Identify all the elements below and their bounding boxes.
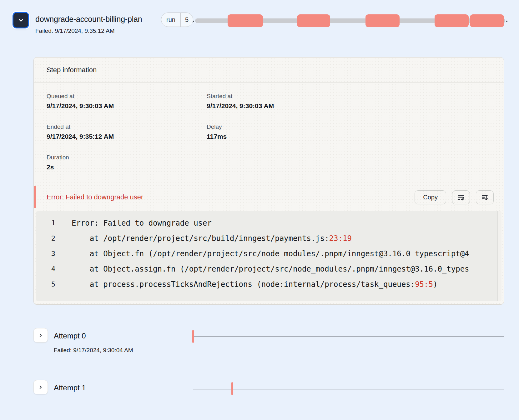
chevron-down-icon xyxy=(18,17,24,24)
error-actions: Copy xyxy=(415,190,494,204)
wrap-lines-button[interactable] xyxy=(452,190,470,204)
stack-trace-viewer: 1Error: Failed to downgrade user 2 at /o… xyxy=(36,211,501,301)
stack-line: 5 at process.processTicksAndRejections (… xyxy=(36,277,501,292)
line-number: 3 xyxy=(36,250,55,258)
field-started-at: Started at 9/17/2024, 9:30:03 AM xyxy=(207,93,504,123)
timeline-failed-segment[interactable] xyxy=(470,14,504,27)
timeline-failed-segment[interactable] xyxy=(297,14,330,27)
copy-button[interactable]: Copy xyxy=(415,190,446,204)
timeline-failed-segment[interactable] xyxy=(435,14,469,27)
error-banner: Error: Failed to downgrade user Copy xyxy=(34,186,504,208)
attempt-1-label: Attempt 1 xyxy=(54,383,86,392)
stack-line: 3 at Object.fn (/opt/render/project/src/… xyxy=(36,246,501,261)
attempt-0-timeline xyxy=(193,337,504,337)
run-badge[interactable]: run 5 xyxy=(161,12,193,27)
chevron-right-icon xyxy=(38,332,43,338)
code-scrollbar[interactable] xyxy=(497,211,501,301)
attempt-1-expand-button[interactable] xyxy=(33,380,48,394)
collapse-step-button[interactable] xyxy=(13,12,29,28)
line-number: 1 xyxy=(36,219,55,227)
error-message: Error: Failed to downgrade user xyxy=(47,193,143,201)
run-badge-label: run xyxy=(161,13,180,27)
scroll-to-bottom-icon xyxy=(481,193,489,201)
attempt-0-status: Failed: 9/17/2024, 9:30:04 AM xyxy=(54,347,133,354)
timeline-failed-segment[interactable] xyxy=(365,14,400,27)
field-delay: Delay 117ms xyxy=(207,123,504,154)
step-status: Failed: 9/17/2024, 9:35:12 AM xyxy=(35,28,148,34)
timeline-failed-segment[interactable] xyxy=(228,14,263,27)
attempt-1-timeline xyxy=(193,389,504,389)
attempt-0-expand-button[interactable] xyxy=(33,328,48,342)
error-accent-bar xyxy=(34,186,36,208)
wrap-lines-icon xyxy=(457,193,465,201)
step-title-block: downgrade-account-billing-plan Failed: 9… xyxy=(35,13,148,34)
line-number: 5 xyxy=(36,280,55,288)
stack-line: 1Error: Failed to downgrade user xyxy=(36,215,501,231)
attempt-1-failure-tick[interactable] xyxy=(231,382,233,395)
step-info-grid: Queued at 9/17/2024, 9:30:03 AM Started … xyxy=(34,83,504,186)
timeline-end-dot xyxy=(506,21,507,22)
field-queued-at: Queued at 9/17/2024, 9:30:03 AM xyxy=(47,93,207,123)
stack-line: 4 at Object.assign.fn (/opt/render/proje… xyxy=(36,261,501,277)
step-information-card: Step information Queued at 9/17/2024, 9:… xyxy=(33,57,504,305)
scroll-to-bottom-button[interactable] xyxy=(476,190,494,204)
field-ended-at: Ended at 9/17/2024, 9:35:12 AM xyxy=(47,123,207,154)
step-detail-page: downgrade-account-billing-plan Failed: 9… xyxy=(0,0,519,420)
run-badge-count: 5 xyxy=(180,13,193,27)
chevron-right-icon xyxy=(38,384,43,390)
field-duration: Duration 2s xyxy=(47,154,207,185)
attempt-0-label: Attempt 0 xyxy=(54,332,86,340)
timeline-start-dot xyxy=(193,21,194,22)
line-number: 2 xyxy=(36,234,55,242)
line-number: 4 xyxy=(36,265,55,273)
step-name: downgrade-account-billing-plan xyxy=(35,13,148,25)
attempt-0-failure-tick[interactable] xyxy=(192,330,194,343)
card-title: Step information xyxy=(34,58,504,83)
stack-line: 2 at /opt/render/project/src/build/innge… xyxy=(36,231,501,246)
